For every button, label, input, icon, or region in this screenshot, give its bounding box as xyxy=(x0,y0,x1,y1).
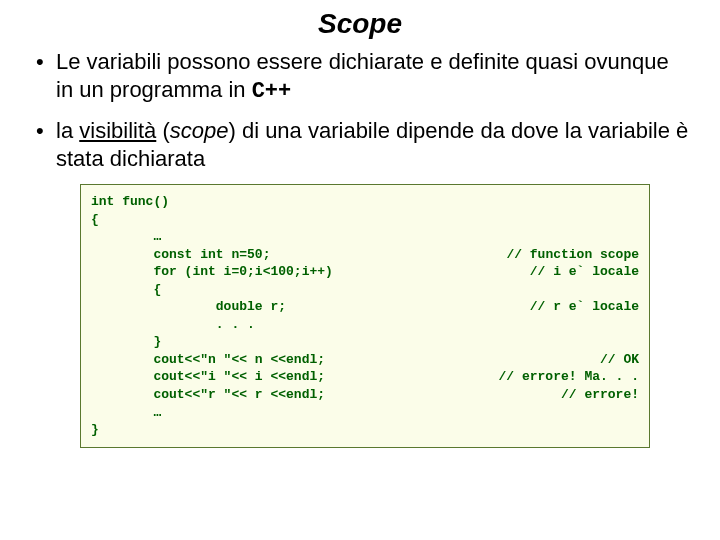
code-line: } xyxy=(91,421,639,439)
code-line: } xyxy=(91,333,639,351)
code-line: cout<<"r "<< r <<endl;// errore! xyxy=(91,386,639,404)
slide-title: Scope xyxy=(30,8,690,40)
bullet-2-b: ( xyxy=(156,118,169,143)
code-box: int func() { … const int n=50;// functio… xyxy=(80,184,650,448)
bullet-2-visibility: visibilità xyxy=(79,118,156,143)
bullet-1-mono: C++ xyxy=(252,79,292,104)
code-line: double r;// r e` locale xyxy=(91,298,639,316)
bullet-list: Le variabili possono essere dichiarate e… xyxy=(34,48,690,172)
code-line: . . . xyxy=(91,316,639,334)
bullet-2: la visibilità (scope) di una variabile d… xyxy=(34,117,690,172)
slide: Scope Le variabili possono essere dichia… xyxy=(0,0,720,458)
code-line: cout<<"n "<< n <<endl;// OK xyxy=(91,351,639,369)
code-line: … xyxy=(91,228,639,246)
bullet-1-text: Le variabili possono essere dichiarate e… xyxy=(56,49,669,102)
code-line: cout<<"i "<< i <<endl;// errore! Ma. . . xyxy=(91,368,639,386)
bullet-1: Le variabili possono essere dichiarate e… xyxy=(34,48,690,105)
code-line: … xyxy=(91,404,639,422)
bullet-2-a: la xyxy=(56,118,79,143)
code-line: int func() xyxy=(91,193,639,211)
code-line: const int n=50;// function scope xyxy=(91,246,639,264)
bullet-2-scope: scope xyxy=(170,118,229,143)
code-line: { xyxy=(91,281,639,299)
code-line: { xyxy=(91,211,639,229)
code-line: for (int i=0;i<100;i++)// i e` locale xyxy=(91,263,639,281)
